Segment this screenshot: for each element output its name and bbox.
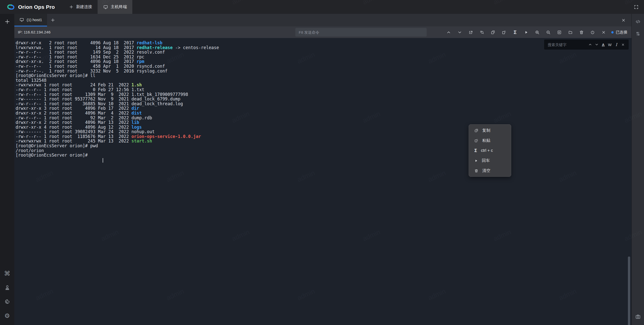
terminal-line: -rwxrwxrwx 1 root root 245 Mar 13 2022 s… xyxy=(16,139,631,143)
terminal-line: lrwxrwxrwx. 1 root root 14 Aug 18 2017 r… xyxy=(16,45,631,50)
run-button[interactable] xyxy=(523,29,530,35)
copy-button[interactable] xyxy=(490,29,496,35)
menu-item-label: ctrl + c xyxy=(481,148,493,153)
camera-icon xyxy=(635,314,641,320)
terminal-line: [root@OrionEcsServer orion]# pwd xyxy=(16,143,631,148)
plus-icon xyxy=(69,5,74,9)
search-keyword-input[interactable] xyxy=(548,43,586,47)
command-icon: ⌘ xyxy=(4,270,10,277)
menu-item-enter[interactable]: 回车 xyxy=(469,156,511,166)
menu-item-label: 回车 xyxy=(482,158,490,163)
zoom-out-icon xyxy=(546,30,551,35)
session-tab-host1[interactable]: (1) host1 xyxy=(14,14,47,26)
terminal-line: -rw-r--r-- 1 root root 0 Feb 27 12:56 1.… xyxy=(16,87,631,92)
trash-icon xyxy=(579,30,584,35)
font-zoom-in-button[interactable] xyxy=(534,29,541,35)
menu-item-paste[interactable]: 粘贴 xyxy=(469,135,511,146)
command-snippets-button[interactable]: ⌘ xyxy=(3,269,12,278)
terminal-line: /root/orion xyxy=(16,148,631,153)
code-slash-icon xyxy=(635,19,641,25)
search-button[interactable] xyxy=(479,29,485,35)
search-next-button[interactable] xyxy=(594,42,599,47)
font-zoom-out-button[interactable] xyxy=(545,29,552,35)
close-session-button[interactable] xyxy=(600,29,607,35)
terminal-line: -rw-r--r-- 1 root root 92 Mar 2 2022 dum… xyxy=(16,116,631,120)
menu-item-label: 粘贴 xyxy=(482,138,490,143)
open-new-window-button[interactable] xyxy=(468,29,474,35)
terminal-line: -rw------- 1 root root 95377762 Nov 9 20… xyxy=(16,97,631,101)
send-command-input[interactable] xyxy=(295,28,427,37)
ctrl-c-button[interactable]: Σ xyxy=(512,29,518,35)
terminal-scrollbar[interactable] xyxy=(628,257,630,325)
menu-item-label: 复制 xyxy=(482,128,490,133)
file-manager-button[interactable] xyxy=(567,29,574,35)
sigma-icon: Σ xyxy=(474,149,477,153)
menu-item-copy[interactable]: 复制 xyxy=(469,125,511,135)
main-area: (1) host1 IP: 116.62.194.246 xyxy=(14,14,631,325)
search-close-button[interactable] xyxy=(620,42,626,47)
copy-icon xyxy=(474,128,478,133)
zoom-in-icon xyxy=(535,30,540,35)
gear-icon: ⚙ xyxy=(4,313,10,319)
terminal-line: -rwxrwxrwx 1 root root 24 Feb 21 2022 1.… xyxy=(16,83,631,87)
terminal-line: -rw-r--r-- 1 root root 36885 Nov 10 2021… xyxy=(16,101,631,106)
prev-command-button[interactable] xyxy=(446,29,452,35)
chevron-up-icon xyxy=(588,43,592,47)
trash-icon xyxy=(474,169,478,173)
connection-status: 已连接 xyxy=(611,30,628,35)
topbar-tab-host-terminal[interactable]: 主机终端 xyxy=(98,0,132,14)
menu-item-ctrl-c[interactable]: Σ ctrl + c xyxy=(469,146,511,156)
sigma-icon: Σ xyxy=(513,30,517,35)
whole-word-button[interactable]: W xyxy=(607,42,613,47)
identity-button[interactable] xyxy=(3,283,12,292)
palette-icon xyxy=(4,299,10,305)
paste-icon xyxy=(474,138,478,143)
close-icon xyxy=(621,43,625,47)
disconnect-button[interactable] xyxy=(589,29,596,35)
theme-button[interactable] xyxy=(3,297,12,306)
code-square-icon xyxy=(557,30,562,35)
terminal-line: -rw-r--r-- 1 root root 149 Sep 2 2022 re… xyxy=(16,50,631,55)
terminal-line: -rw------- 1 root root 39082493 Mar 24 2… xyxy=(16,129,631,134)
terminal-line: [root@OrionEcsServer orion]# ll xyxy=(16,73,631,78)
code-snippet-button[interactable] xyxy=(634,17,642,26)
terminal-screen[interactable]: drwxr-xr-x 2 root root 4096 Aug 18 2017 … xyxy=(14,38,631,325)
terminal-line: total 132548 xyxy=(16,78,631,83)
status-dot xyxy=(611,31,614,33)
terminal-context-menu: 复制 粘贴 Σ ctrl + c 回车 清空 xyxy=(469,124,511,177)
stamp-icon xyxy=(4,284,10,291)
terminal-line: -rw-r--r-- 1 root root 1634 Dec 25 2012 … xyxy=(16,55,631,59)
next-command-button[interactable] xyxy=(457,29,463,35)
top-app-bar: Orion Ops Pro 新建连接 主机终端 xyxy=(0,0,644,14)
play-icon xyxy=(524,30,528,34)
regex-button[interactable]: I xyxy=(614,42,619,47)
match-case-button[interactable]: A xyxy=(600,42,606,47)
code-view-button[interactable] xyxy=(556,29,563,35)
fullscreen-button[interactable] xyxy=(632,3,640,11)
menu-item-clear[interactable]: 清空 xyxy=(469,166,511,176)
paste-button[interactable] xyxy=(501,29,507,35)
session-tab-strip: (1) host1 xyxy=(14,14,631,26)
sort-arrows-icon xyxy=(635,31,641,37)
new-connection-button[interactable]: 新建连接 xyxy=(66,0,95,14)
settings-button[interactable]: ⚙ xyxy=(3,311,12,320)
terminal-line: -rw-r--r-- 1 root root 1185676 Mar 13 20… xyxy=(16,134,631,139)
app-title: Orion Ops Pro xyxy=(18,4,55,10)
chevron-up-icon xyxy=(446,30,451,35)
status-label: 已连接 xyxy=(616,30,628,35)
close-all-tabs-button[interactable] xyxy=(618,14,628,26)
terminal-search-panel: A W I xyxy=(544,40,629,50)
chevron-down-icon xyxy=(595,43,599,47)
clear-button[interactable] xyxy=(578,29,585,35)
search-prev-button[interactable] xyxy=(587,42,593,47)
sort-sessions-button[interactable] xyxy=(634,29,642,38)
open-window-icon xyxy=(468,30,473,35)
power-icon xyxy=(590,30,595,35)
add-session-button[interactable] xyxy=(3,17,12,26)
screenshot-button[interactable] xyxy=(634,312,642,321)
monitor-icon xyxy=(103,5,108,10)
terminal-line: -rw-r--r-- 1 root root 458 Apr 1 2020 rs… xyxy=(16,64,631,69)
right-sidebar xyxy=(631,14,644,325)
copy-icon xyxy=(491,30,495,35)
new-tab-button[interactable] xyxy=(47,14,59,26)
